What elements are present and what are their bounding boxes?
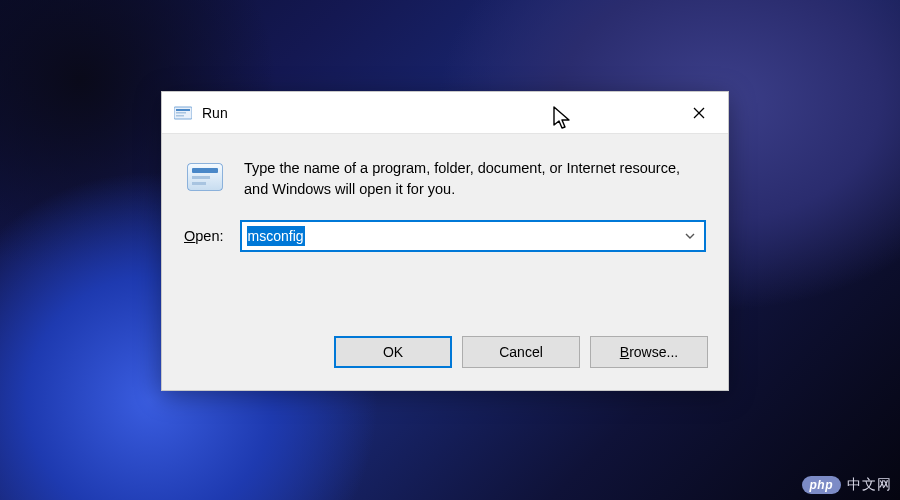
svg-rect-1	[176, 109, 190, 111]
open-label: Open:	[184, 228, 224, 244]
svg-rect-3	[176, 115, 184, 117]
svg-rect-9	[192, 176, 210, 179]
dialog-content: Type the name of a program, folder, docu…	[162, 134, 728, 200]
watermark-text: 中文网	[847, 476, 892, 494]
input-selected-text: msconfig	[247, 226, 305, 246]
titlebar[interactable]: Run	[162, 92, 728, 134]
browse-button[interactable]: Browse...	[590, 336, 708, 368]
cancel-button[interactable]: Cancel	[462, 336, 580, 368]
svg-rect-2	[176, 112, 186, 114]
button-row: OK Cancel Browse...	[334, 336, 708, 368]
dropdown-button[interactable]	[682, 228, 698, 244]
svg-rect-8	[192, 168, 218, 173]
open-row: Open: msconfig	[162, 200, 728, 252]
run-dialog: Run Type the	[161, 91, 729, 391]
ok-button[interactable]: OK	[334, 336, 452, 368]
close-button[interactable]	[670, 92, 728, 134]
watermark-badge: php	[802, 476, 842, 494]
svg-rect-10	[192, 182, 206, 185]
watermark: php 中文网	[802, 476, 893, 494]
run-titlebar-icon	[174, 104, 192, 122]
run-icon	[184, 156, 226, 198]
close-icon	[693, 107, 705, 119]
open-input[interactable]: msconfig	[240, 220, 706, 252]
dialog-description: Type the name of a program, folder, docu…	[244, 156, 706, 200]
chevron-down-icon	[685, 233, 695, 239]
dialog-title: Run	[202, 105, 670, 121]
